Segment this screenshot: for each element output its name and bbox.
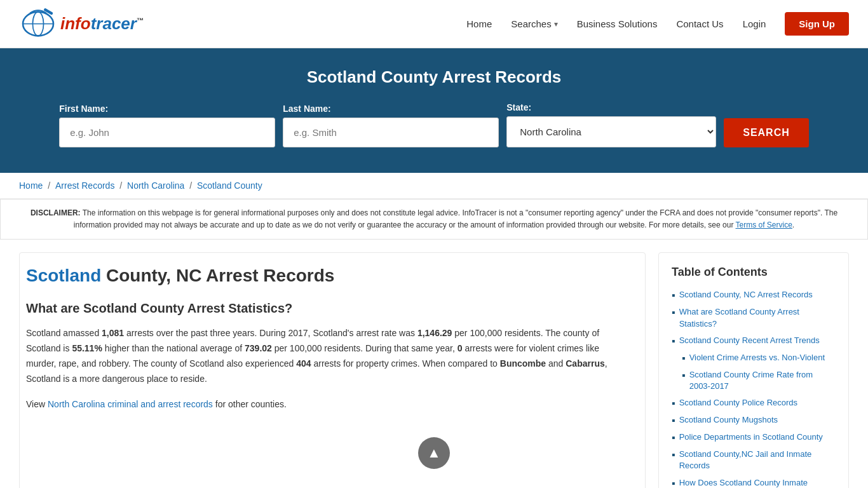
toc-item-link[interactable]: Violent Crime Arrests vs. Non-Violent — [689, 352, 825, 363]
breadcrumb-home[interactable]: Home — [19, 180, 43, 191]
nav-login[interactable]: Login — [743, 18, 766, 29]
arrest-rate: 1,146.29 — [417, 328, 452, 338]
state-label: State: — [506, 102, 531, 112]
toc-list-item: Police Departments in Scotland County — [672, 431, 836, 444]
toc-item-link[interactable]: Scotland County Mugshots — [679, 414, 778, 426]
toc-item-link[interactable]: What are Scotland County Arrest Statisti… — [679, 306, 836, 329]
disclaimer-period: . — [792, 220, 794, 229]
logo-red: info — [60, 14, 91, 33]
toc-list: Scotland County, NC Arrest RecordsWhat a… — [672, 289, 836, 488]
last-name-group: Last Name: — [283, 104, 499, 147]
violent-count: 0 — [458, 343, 463, 353]
article-title-rest: County, NC Arrest Records — [101, 266, 334, 285]
first-name-input[interactable] — [59, 118, 275, 147]
hero-section: Scotland County Arrest Records First Nam… — [0, 48, 868, 173]
table-of-contents: Table of Contents Scotland County, NC Ar… — [658, 252, 849, 488]
disclaimer-bar: DISCLAIMER: The information on this webp… — [0, 199, 868, 240]
breadcrumb-scotland-county[interactable]: Scotland County — [197, 180, 262, 191]
logo[interactable]: infotracer™ — [19, 6, 144, 41]
scroll-to-top-button[interactable]: ▲ — [418, 437, 450, 469]
toc-item-link[interactable]: Police Departments in Scotland County — [679, 431, 823, 443]
article-title: Scotland County, NC Arrest Records — [26, 266, 626, 286]
last-name-input[interactable] — [283, 118, 499, 147]
breadcrumb-sep1: / — [48, 180, 53, 191]
toc-list-item: Scotland County Police Records — [672, 397, 836, 409]
toc-item-link[interactable]: Scotland County Crime Rate from 2003-201… — [689, 369, 836, 392]
toc-list-item: Scotland County,NC Jail and Inmate Recor… — [672, 449, 836, 471]
percent-higher: 55.11% — [72, 343, 102, 353]
view-nc-link-paragraph: View North Carolina criminal and arrest … — [26, 397, 626, 412]
first-name-group: First Name: — [59, 104, 275, 147]
chevron-down-icon: ▾ — [554, 20, 558, 29]
toc-heading: Table of Contents — [672, 266, 836, 279]
breadcrumb-sep3: / — [189, 180, 194, 191]
toc-item-link[interactable]: Scotland County,NC Jail and Inmate Recor… — [679, 449, 836, 471]
tos-link[interactable]: Terms of Service — [736, 220, 792, 229]
header: infotracer™ Home Searches ▾ Business Sol… — [0, 0, 868, 48]
toc-item-link[interactable]: Scotland County Recent Arrest Trends — [679, 335, 820, 346]
county1: Buncombe — [500, 358, 546, 369]
toc-list-item: Scotland County Recent Arrest Trends — [672, 335, 836, 347]
state-select[interactable]: AlabamaAlaskaArizonaArkansasCaliforniaCo… — [506, 116, 716, 147]
toc-item-link[interactable]: How Does Scotland County Inmate Search — [679, 477, 836, 489]
county2: Cabarrus — [566, 358, 604, 369]
article: Scotland County, NC Arrest Records What … — [19, 252, 646, 488]
toc-list-item: Scotland County Crime Rate from 2003-201… — [682, 369, 836, 392]
disclaimer-text: The information on this webpage is for g… — [74, 208, 837, 229]
logo-blue: tracer — [91, 14, 137, 33]
nc-criminal-records-link[interactable]: North Carolina criminal and arrest recor… — [48, 399, 213, 409]
hero-title: Scotland County Arrest Records — [13, 67, 855, 87]
breadcrumb: Home / Arrest Records / North Carolina /… — [0, 173, 868, 199]
logo-tm: ™ — [137, 17, 144, 24]
article-title-highlight: Scotland — [26, 266, 101, 285]
toc-list-item: Scotland County, NC Arrest Records — [672, 289, 836, 301]
nav-home[interactable]: Home — [466, 18, 492, 29]
breadcrumb-north-carolina[interactable]: North Carolina — [127, 180, 184, 191]
last-name-label: Last Name: — [283, 104, 330, 114]
toc-list-item: How Does Scotland County Inmate Search — [672, 477, 836, 489]
national-avg: 739.02 — [245, 343, 272, 353]
first-name-label: First Name: — [59, 104, 108, 114]
nav-searches[interactable]: Searches ▾ — [511, 18, 557, 29]
article-paragraph1: Scotland amassed 1,081 arrests over the … — [26, 326, 626, 386]
nav-business-solutions[interactable]: Business Solutions — [577, 18, 658, 29]
toc-item-link[interactable]: Scotland County Police Records — [679, 397, 797, 409]
property-count: 404 — [296, 358, 311, 369]
toc-list-item: Scotland County Mugshots — [672, 414, 836, 426]
toc-list-item: What are Scotland County Arrest Statisti… — [672, 306, 836, 329]
section1-heading: What are Scotland County Arrest Statisti… — [26, 301, 626, 316]
breadcrumb-arrest-records[interactable]: Arrest Records — [55, 180, 114, 191]
search-button[interactable]: SEARCH — [724, 118, 809, 147]
state-group: State: AlabamaAlaskaArizonaArkansasCalif… — [506, 102, 716, 147]
toc-item-link[interactable]: Scotland County, NC Arrest Records — [679, 289, 813, 301]
toc-list-item: Violent Crime Arrests vs. Non-Violent — [682, 352, 836, 364]
disclaimer-label: DISCLAIMER: — [31, 208, 81, 217]
nav-signup[interactable]: Sign Up — [785, 12, 849, 36]
main-nav: Home Searches ▾ Business Solutions Conta… — [466, 12, 849, 36]
nav-contact-us[interactable]: Contact Us — [676, 18, 723, 29]
breadcrumb-sep2: / — [119, 180, 125, 191]
search-form: First Name: Last Name: State: AlabamaAla… — [13, 102, 855, 147]
arrests-count: 1,081 — [102, 328, 124, 338]
